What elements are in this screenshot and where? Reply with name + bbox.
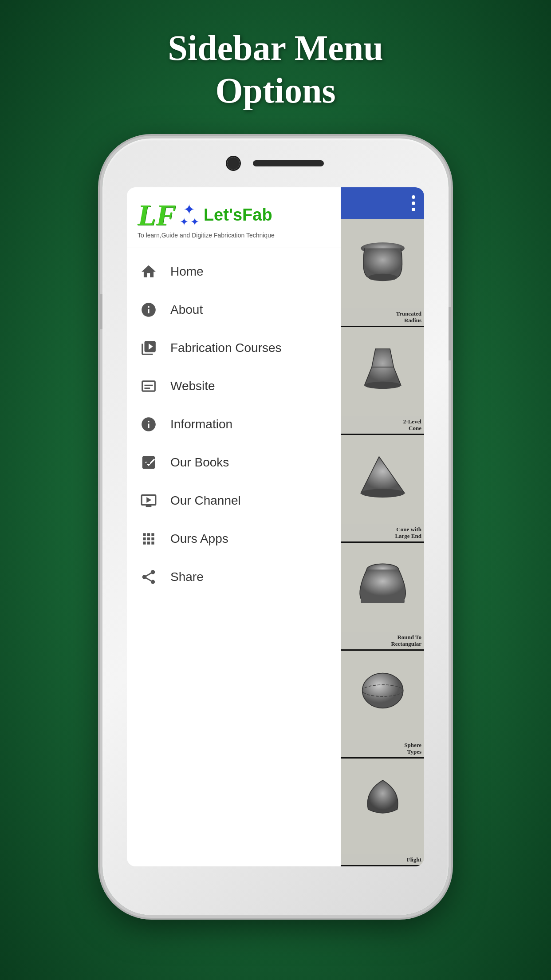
menu-label-information: Information (170, 417, 232, 431)
apps-icon (139, 530, 158, 548)
svg-point-7 (362, 673, 403, 708)
content-panel: TruncatedRadius (341, 187, 424, 866)
volume-button (99, 294, 102, 329)
thumb-label-4: SphereTypes (341, 740, 424, 757)
phone-screen: LF ✦ ✦ ✦ Let'sFab To learn,Guide (127, 187, 424, 866)
svg-point-2 (364, 382, 401, 389)
thumb-shape-3 (341, 543, 424, 623)
logo-container: LF ✦ ✦ ✦ Let'sFab To learn,Guide (138, 200, 330, 239)
menu-item-share[interactable]: Share (127, 558, 341, 596)
thumb-shape-2 (341, 435, 424, 515)
dot-1 (412, 195, 415, 199)
menu-list: Home About (127, 248, 341, 866)
menu-item-about[interactable]: About (127, 291, 341, 329)
thumb-label-5: Flight (341, 854, 424, 865)
menu-item-our-channel[interactable]: Our Channel (127, 482, 341, 520)
star-bottom-left: ✦ (180, 217, 189, 227)
phone-mockup: LF ✦ ✦ ✦ Let'sFab To learn,Guide (102, 138, 449, 915)
thumb-shape-0 (341, 219, 424, 299)
thumb-item-1[interactable]: 2-LevelCone (341, 327, 424, 435)
menu-item-ours-apps[interactable]: Ours Apps (127, 520, 341, 558)
information-icon (139, 415, 158, 434)
content-topbar (341, 187, 424, 219)
logo-stars: ✦ ✦ ✦ (180, 202, 199, 227)
books-icon (139, 453, 158, 472)
thumb-item-3[interactable]: Round ToRectangular (341, 543, 424, 651)
star-row-bottom: ✦ ✦ (180, 217, 199, 227)
menu-item-our-books[interactable]: Our Books (127, 443, 341, 482)
thumb-label-1: 2-LevelCone (341, 416, 424, 434)
thumb-item-5[interactable]: Flight (341, 759, 424, 866)
logo-tagline: To learn,Guide and Digitize Fabrication … (138, 232, 275, 239)
camera-lens (227, 157, 240, 170)
thumbnail-list: TruncatedRadius (341, 219, 424, 866)
svg-point-1 (368, 274, 397, 281)
thumb-shape-1 (341, 327, 424, 407)
logo-brand-name: Let'sFab (204, 205, 272, 225)
logo-top: LF ✦ ✦ ✦ Let'sFab (138, 200, 272, 230)
menu-item-fabrication-courses[interactable]: Fabrication Courses (127, 329, 341, 367)
star-row-top: ✦ (183, 202, 195, 217)
overflow-menu-button[interactable] (412, 195, 415, 211)
website-icon (139, 377, 158, 395)
about-icon (139, 300, 158, 319)
speaker-grill (253, 160, 324, 166)
svg-point-4 (361, 489, 404, 498)
thumb-label-3: Round ToRectangular (341, 632, 424, 649)
phone-top-bar (227, 157, 324, 170)
page-title-container: Sidebar Menu Options (168, 0, 383, 112)
thumb-shape-4 (341, 651, 424, 731)
sidebar-panel: LF ✦ ✦ ✦ Let'sFab To learn,Guide (127, 187, 341, 866)
menu-label-fabrication-courses: Fabrication Courses (170, 341, 282, 355)
menu-item-website[interactable]: Website (127, 367, 341, 405)
menu-label-ours-apps: Ours Apps (170, 532, 228, 546)
logo-area: LF ✦ ✦ ✦ Let'sFab To learn,Guide (127, 187, 341, 248)
menu-label-about: About (170, 303, 203, 317)
courses-icon (139, 339, 158, 357)
menu-item-information[interactable]: Information (127, 405, 341, 443)
thumb-item-4[interactable]: SphereTypes (341, 651, 424, 759)
menu-item-home[interactable]: Home (127, 253, 341, 291)
menu-label-our-books: Our Books (170, 455, 229, 470)
page-title: Sidebar Menu Options (168, 27, 383, 112)
share-icon (139, 568, 158, 586)
thumb-item-2[interactable]: Cone withLarge End (341, 435, 424, 543)
thumb-shape-5 (341, 759, 424, 838)
channel-icon (139, 491, 158, 510)
star-top-left: ✦ (183, 202, 195, 217)
thumb-label-0: TruncatedRadius (341, 308, 424, 326)
thumb-item-0[interactable]: TruncatedRadius (341, 219, 424, 327)
menu-label-home: Home (170, 265, 204, 279)
menu-label-our-channel: Our Channel (170, 494, 241, 508)
menu-label-share: Share (170, 570, 204, 584)
thumb-label-2: Cone withLarge End (341, 524, 424, 541)
menu-label-website: Website (170, 379, 215, 393)
dot-2 (412, 202, 415, 205)
power-button (449, 307, 452, 360)
svg-rect-6 (361, 596, 404, 603)
dot-3 (412, 208, 415, 211)
logo-lf-text: LF (138, 200, 176, 230)
star-bottom-right: ✦ (190, 217, 199, 227)
home-icon (139, 262, 158, 281)
